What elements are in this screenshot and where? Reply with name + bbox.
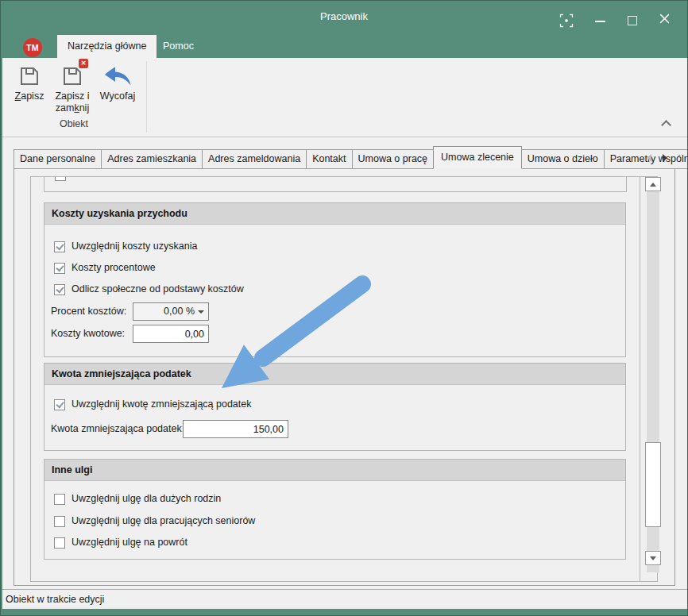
tab-umowa-o-prace[interactable]: Umowa o pracę — [352, 149, 435, 169]
tab-scroll-left-icon — [647, 154, 651, 162]
undo-icon — [102, 62, 133, 90]
ribbon: Zapisz ✕ Zapisz i zamknij Wycofaj Obiekt — [2, 58, 687, 137]
checkbox-label-uwzglednij-kwote[interactable]: Uwzględnij kwotę zmniejszającą podatek — [72, 398, 252, 410]
undo-button-label: Wycofaj — [100, 90, 135, 102]
ribbon-group-label: Obiekt — [2, 118, 145, 129]
save-and-close-icon: ✕ — [61, 62, 83, 90]
checkbox-uwzglednij-kwote[interactable] — [54, 399, 65, 410]
checkbox-uwzglednij-koszty[interactable] — [54, 241, 65, 252]
scroll-panel: Koszty uzyskania przychodu Uwzględnij ko… — [31, 177, 639, 581]
tab-adres-zamieszkania[interactable]: Adres zamieszkania — [101, 149, 203, 169]
kwota-zmniejszajaca-input[interactable] — [183, 420, 288, 438]
save-and-close-label-line2: zamknij — [56, 102, 89, 114]
scrollbar-thumb[interactable] — [645, 442, 661, 527]
ribbon-group-separator — [146, 61, 147, 133]
group-header: Koszty uzyskania przychodu — [44, 203, 625, 225]
scrollbar-down-button[interactable] — [645, 551, 661, 565]
group-header: Inne ulgi — [44, 460, 625, 481]
triangle-up-icon — [650, 183, 656, 187]
checkbox-ulga-duze-rodziny[interactable] — [54, 494, 65, 505]
tab-scroll-right-icon[interactable] — [663, 154, 667, 162]
ribbon-tab-home[interactable]: Narzędzia główne — [57, 35, 157, 58]
checkbox-odlicz-spoleczne[interactable] — [54, 284, 65, 295]
checkbox-ulga-powrot[interactable] — [54, 537, 65, 549]
page-tab-strip: Dane personalne Adres zamieszkania Adres… — [14, 146, 688, 169]
combo-value: 0,00 % — [164, 306, 195, 317]
triangle-down-icon — [650, 556, 656, 560]
app-window: Pracownik TM Narzędzia główne Pomoc Zapi… — [0, 0, 688, 616]
checkbox-ulga-seniorzy[interactable] — [54, 516, 65, 527]
focus-mode-icon[interactable] — [559, 13, 574, 31]
tab-kontakt[interactable]: Kontakt — [306, 149, 352, 169]
save-icon — [18, 62, 41, 90]
tab-dane-personalne[interactable]: Dane personalne — [14, 149, 102, 169]
checkbox-label-koszty-procentowe[interactable]: Koszty procentowe — [72, 262, 156, 274]
checkbox-label-ulga-seniorzy[interactable]: Uwzględnij ulgę dla pracujących seniorów — [72, 515, 255, 527]
close-button[interactable] — [659, 13, 671, 28]
tab-umowa-o-dzielo[interactable]: Umowa o dzieło — [521, 149, 605, 169]
group-header: Kwota zmniejszająca podatek — [44, 364, 625, 385]
checkbox-koszty-procentowe[interactable] — [54, 263, 65, 274]
field-label-koszty-kwotowe: Koszty kwotowe: — [51, 328, 125, 340]
checkbox-label-ulga-powrot[interactable]: Uwzględnij ulgę na powrót — [72, 537, 187, 549]
ribbon-tab-help[interactable]: Pomoc — [155, 35, 202, 58]
checkbox-label-uwzglednij-koszty[interactable]: Uwzględnij koszty uzyskania — [72, 241, 197, 252]
close-badge-icon: ✕ — [79, 59, 88, 68]
checkbox-label-ulga-duze-rodziny[interactable]: Uwzględnij ulgę dla dużych rodzin — [72, 493, 221, 505]
tab-adres-zameldowania[interactable]: Adres zameldowania — [202, 149, 307, 169]
app-logo[interactable]: TM — [23, 38, 42, 57]
chevron-down-icon — [198, 310, 204, 314]
collapse-ribbon-icon[interactable] — [661, 120, 671, 130]
checkbox-label-odlicz-spoleczne[interactable]: Odlicz społeczne od podstawy kosztów — [72, 283, 244, 295]
vertical-scrollbar[interactable] — [645, 177, 661, 572]
field-label-procent-kosztow: Procent kosztów: — [51, 306, 126, 318]
tab-parametry-wspolne[interactable]: Parametry wspólne — [604, 149, 688, 169]
koszty-kwotowe-input[interactable] — [133, 325, 209, 343]
save-button-label: Zapisz — [15, 90, 44, 102]
group-koszty-uzyskania: Koszty uzyskania przychodu — [44, 202, 626, 357]
clipped-group — [44, 177, 627, 192]
minimize-button[interactable] — [595, 21, 605, 22]
clipped-checkbox[interactable] — [55, 177, 66, 181]
maximize-button[interactable] — [628, 16, 637, 25]
status-text: Obiekt w trakcie edycji — [6, 594, 104, 605]
tab-page-umowa-zlecenie: Koszty uzyskania przychodu Uwzględnij ko… — [14, 168, 675, 586]
tab-umowa-zlecenie[interactable]: Umowa zlecenie — [433, 146, 522, 169]
scrollbar-up-button[interactable] — [645, 177, 661, 191]
procent-kosztow-combobox[interactable]: 0,00 % — [133, 302, 209, 321]
window-title: Pracownik — [1, 10, 687, 22]
field-label-kwota-zmniejszajaca: Kwota zmniejszająca podatek: — [51, 423, 184, 435]
save-and-close-label-line1: Zapisz i — [55, 90, 89, 102]
status-bar: Obiekt w trakcie edycji — [2, 589, 687, 609]
panel-divider — [640, 176, 640, 582]
